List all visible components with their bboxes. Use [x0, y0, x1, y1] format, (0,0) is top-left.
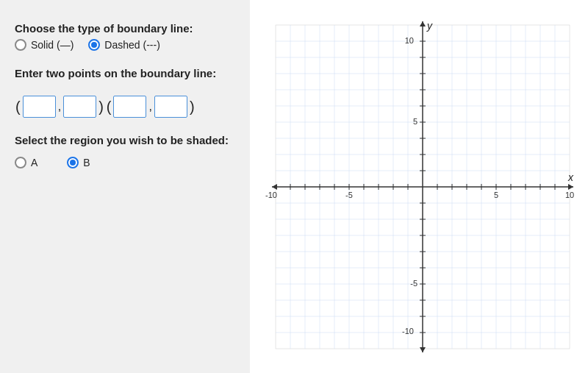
- svg-marker-42: [420, 347, 426, 352]
- region-b-option[interactable]: B: [67, 157, 90, 168]
- region-a-option[interactable]: A: [15, 157, 37, 168]
- points-section: Enter two points on the boundary line: (…: [15, 67, 235, 118]
- y-tick--5: -5: [410, 279, 417, 288]
- comma-2: ,: [148, 100, 151, 113]
- open-paren-2: (: [106, 99, 112, 116]
- graph-container: x y -10 -5 5 10 10 5 -5 -10: [261, 18, 577, 356]
- right-panel: x y -10 -5 5 10 10 5 -5 -10: [250, 0, 588, 373]
- x2-input[interactable]: [113, 96, 146, 118]
- region-a-radio[interactable]: [15, 157, 26, 168]
- region-section: Select the region you wish to be shaded:…: [15, 134, 235, 168]
- solid-radio[interactable]: [15, 39, 26, 51]
- solid-label: Solid (—): [31, 39, 74, 51]
- y-tick-10: 10: [405, 36, 414, 45]
- left-panel: Choose the type of boundary line: Solid …: [0, 0, 250, 373]
- close-paren-2: ): [189, 99, 196, 116]
- svg-marker-39: [568, 184, 573, 190]
- y-axis-label: y: [426, 20, 433, 32]
- x-tick--10: -10: [265, 191, 277, 199]
- region-radio-group: A B: [15, 157, 235, 168]
- x-axis-label: x: [567, 171, 574, 183]
- points-inputs: ( , ) ( , ): [15, 96, 235, 118]
- region-b-radio[interactable]: [67, 157, 79, 168]
- x1-input[interactable]: [23, 96, 56, 118]
- svg-marker-40: [272, 184, 277, 190]
- region-b-label: B: [83, 157, 90, 168]
- x-tick--5: -5: [345, 191, 353, 199]
- region-label: Select the region you wish to be shaded:: [15, 134, 235, 146]
- boundary-radio-group: Solid (—) Dashed (---): [15, 39, 235, 51]
- solid-option[interactable]: Solid (—): [15, 39, 74, 51]
- dashed-option[interactable]: Dashed (---): [88, 39, 159, 51]
- svg-marker-41: [420, 21, 426, 26]
- y-tick--10: -10: [402, 327, 414, 335]
- dashed-radio[interactable]: [88, 39, 100, 51]
- x-tick-5: 5: [494, 191, 498, 199]
- open-paren-1: (: [15, 99, 21, 116]
- boundary-section: Choose the type of boundary line: Solid …: [15, 22, 235, 51]
- close-paren-1: ): [98, 99, 104, 116]
- region-a-label: A: [31, 157, 37, 168]
- boundary-label: Choose the type of boundary line:: [15, 22, 235, 35]
- y1-input[interactable]: [63, 96, 96, 118]
- points-label: Enter two points on the boundary line:: [15, 67, 235, 79]
- comma-1: ,: [58, 100, 61, 113]
- coordinate-graph: x y -10 -5 5 10 10 5 -5 -10: [261, 18, 577, 356]
- y-tick-5: 5: [413, 117, 417, 126]
- dashed-label: Dashed (---): [104, 39, 159, 51]
- y2-input[interactable]: [154, 96, 187, 118]
- x-tick-10: 10: [565, 191, 574, 199]
